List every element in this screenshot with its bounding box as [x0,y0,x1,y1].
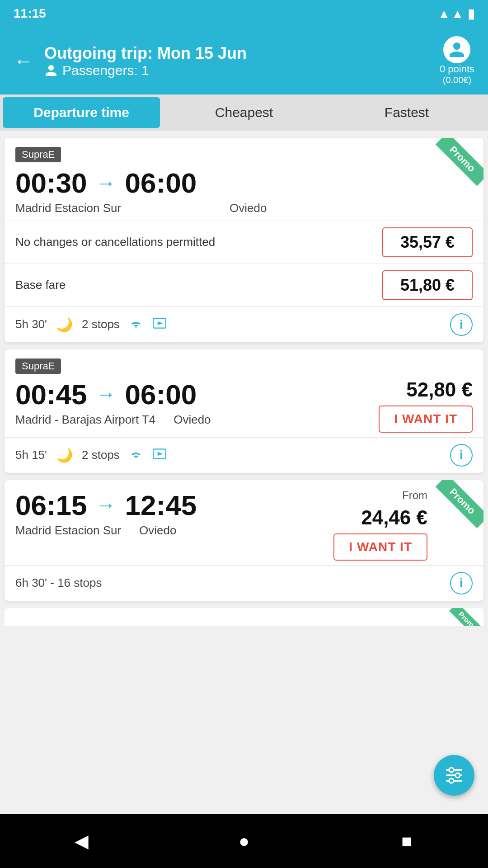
nav-back-button[interactable]: ◀ [68,827,95,854]
card-3-price: 24,46 € [361,506,427,529]
status-bar: 11:15 ▴ ▴ ▮ [0,0,488,27]
filter-icon [443,764,465,786]
header: ← Outgoing trip: Mon 15 Jun Passengers: … [0,27,488,94]
tab-fastest[interactable]: Fastest [328,97,485,128]
card-4-promo: Promo [447,608,483,626]
wifi-symbol-1 [129,319,143,329]
avatar-icon [448,41,466,59]
card-2-arrival: 06:00 [125,378,197,410]
passengers-label: Passengers: 1 [44,63,429,78]
card-1-arrow: → [96,172,116,194]
card-3-right: From 24,46 € I WANT IT [333,489,427,561]
card-2-header: SupraE 00:45 → 06:00 Madrid - Barajas Ai… [5,349,483,437]
nav-home-button[interactable]: ● [230,827,258,854]
card-1-fare-section: No changes or cancellations permitted 35… [5,221,483,264]
card-1-footer-left: 5h 30' 🌙 2 stops [15,316,167,332]
tab-departure-time[interactable]: Departure time [3,97,160,128]
wifi-symbol-2 [129,450,143,460]
back-button[interactable]: ← [14,50,33,72]
user-profile[interactable]: 0 points (0.00€) [440,36,474,85]
card-3-times-left: 06:15 → 12:45 Madrid Estacion Sur Oviedo [15,489,197,538]
svg-marker-1 [158,321,163,326]
wifi-icon: ▴ [441,6,447,21]
card-1-locations: Madrid Estacion Sur Oviedo [15,201,473,216]
card-1-header: SupraE 00:30 → 06:00 Madrid Estacion Sur… [5,138,483,221]
moon-icon-2: 🌙 [56,447,73,463]
card-1-departure: 00:30 [15,167,87,199]
card-1-base-price: 51,80 € [382,270,473,300]
svg-point-9 [449,778,454,783]
card-2-times: 00:45 → 06:00 [15,378,211,410]
card-1-fare-label: No changes or cancellations permitted [15,235,215,249]
info-button-3[interactable]: i [450,572,473,594]
user-points: 0 points [440,63,474,75]
nav-bar: ◀ ● ■ [0,814,488,868]
card-1-stops: 2 stops [82,317,120,331]
header-info: Outgoing trip: Mon 15 Jun Passengers: 1 [44,44,429,78]
user-points-amount: (0.00€) [443,75,471,85]
status-icons: ▴ ▴ ▮ [441,6,474,21]
card-4-promo-label: Promo [449,608,483,626]
person-icon [44,64,58,77]
card-4-peek: Promo [5,608,483,626]
info-button-1[interactable]: i [450,313,473,336]
card-2-right: 52,80 € I WANT IT [379,378,473,433]
media-symbol-2 [152,448,167,460]
card-2-footer-left: 5h 15' 🌙 2 stops [15,447,167,463]
wifi-icon-2 [129,448,143,463]
card-1-fare-price: 35,57 € [382,227,473,257]
card-2-locations: Madrid - Barajas Airport T4 Oviedo [15,412,211,428]
card-1-footer: 5h 30' 🌙 2 stops i [5,307,483,342]
status-time: 11:15 [14,6,46,21]
user-avatar [443,36,470,63]
card-3-to: Oviedo [139,523,176,538]
card-3-departure: 06:15 [15,489,87,521]
card-1-duration: 5h 30' [15,317,47,331]
card-3-locations: Madrid Estacion Sur Oviedo [15,523,197,538]
card-2-times-left: 00:45 → 06:00 Madrid - Barajas Airport T… [15,378,211,428]
card-2-to: Oviedo [174,412,211,428]
media-symbol-1 [152,317,167,329]
card-2-want-it[interactable]: I WANT IT [379,406,473,433]
nav-square-button[interactable]: ■ [393,827,420,854]
flight-card-2: SupraE 00:45 → 06:00 Madrid - Barajas Ai… [5,349,483,473]
card-3-times: 06:15 → 12:45 [15,489,197,521]
card-1-arrival: 06:00 [125,167,197,199]
card-2-price: 52,80 € [406,378,473,401]
flight-card-1: Promo SupraE 00:30 → 06:00 Madrid Estaci… [5,138,483,342]
card-3-arrival: 12:45 [125,489,197,521]
card-1-times: 00:30 → 06:00 [15,167,473,199]
card-2-duration: 5h 15' [15,448,47,462]
wifi-icon-1 [129,317,143,332]
card-2-from: Madrid - Barajas Airport T4 [15,412,155,428]
card-1-base-label: Base fare [15,278,66,292]
svg-marker-3 [158,452,163,456]
info-button-2[interactable]: i [450,444,473,467]
flight-card-3: Promo 06:15 → 12:45 Madrid Estacion Sur … [5,480,483,601]
card-2-stops: 2 stops [82,448,120,462]
card-1-from: Madrid Estacion Sur [15,201,121,216]
card-2-departure: 00:45 [15,378,87,410]
card-1-to: Oviedo [230,201,267,216]
sort-tabs: Departure time Cheapest Fastest [0,94,488,131]
media-icon-1 [152,317,167,332]
tab-cheapest[interactable]: Cheapest [165,97,323,128]
card-3-duration: 6h 30' - 16 stops [15,576,102,590]
trip-title: Outgoing trip: Mon 15 Jun [44,44,429,63]
card-3-footer: 6h 30' - 16 stops i [5,565,483,601]
svg-point-8 [455,773,460,778]
media-icon-2 [152,448,167,463]
card-2-arrow: → [96,383,116,406]
svg-point-7 [449,768,454,772]
card-3-footer-left: 6h 30' - 16 stops [15,576,102,590]
signal-icon: ▴ [454,6,460,21]
moon-icon-1: 🌙 [56,316,73,332]
card-3-arrow: → [96,494,116,516]
card-1-base-section: Base fare 51,80 € [5,264,483,307]
card-3-header: 06:15 → 12:45 Madrid Estacion Sur Oviedo… [5,480,483,565]
card-1-badge: SupraE [15,147,61,162]
filter-fab[interactable] [434,755,474,796]
card-3-want-it[interactable]: I WANT IT [333,533,427,561]
battery-icon: ▮ [468,6,474,21]
card-2-badge: SupraE [15,359,61,374]
